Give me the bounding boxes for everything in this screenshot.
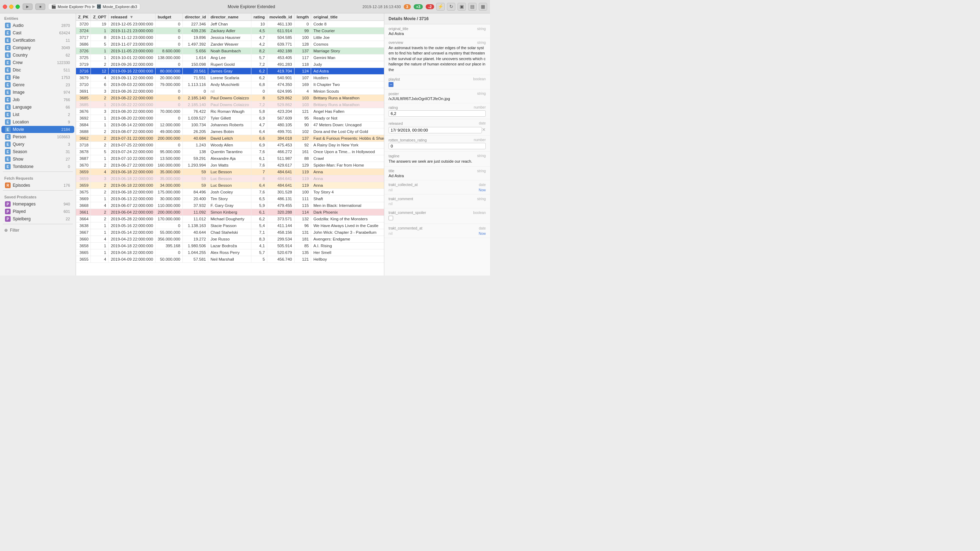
- table-row[interactable]: 366422019-05-28 22:000:000170.000.00011.…: [76, 216, 384, 223]
- table-row[interactable]: 372512019-10-01 22:000:000138.000.0001.6…: [76, 54, 384, 61]
- layout-icon-2[interactable]: ▤: [468, 3, 477, 11]
- sidebar-item-location[interactable]: E Location 9: [2, 118, 74, 126]
- date-input-released[interactable]: [388, 127, 482, 133]
- col-director-id[interactable]: director_id: [183, 13, 208, 21]
- sidebar-item-language[interactable]: E Language 66: [2, 104, 74, 111]
- sidebar-item-genre[interactable]: E Genre 23: [2, 81, 74, 88]
- filter-button[interactable]: ⊕ Filter: [0, 226, 76, 235]
- table-row[interactable]: 367522019-06-18 22:000:000175.000.00084.…: [76, 189, 384, 196]
- table-row[interactable]: 368512019-08-22 22:000:00002.185.140Paul…: [76, 102, 384, 108]
- cell-original_title: John Wick: Chapter 3 - Parabellum: [311, 229, 384, 236]
- stop-button[interactable]: ■: [35, 3, 45, 10]
- sidebar-item-movie[interactable]: E Movie 2184: [2, 126, 74, 133]
- col-original-title[interactable]: original_title: [311, 13, 384, 21]
- sidebar-item-tombstone[interactable]: E Tombstone 0: [2, 163, 74, 170]
- table-row[interactable]: 366122019-06-04 22:000:000200.000.00011.…: [76, 209, 384, 216]
- sidebar-item-homepages[interactable]: P Homepages 940: [2, 201, 74, 208]
- close-button[interactable]: [3, 5, 7, 9]
- col-zopt[interactable]: Z_OPT: [91, 13, 108, 21]
- table-row[interactable]: 368522019-08-22 22:000:00002.185.140Paul…: [76, 95, 384, 102]
- table-row[interactable]: 363812019-05-16 22:000:00001.138.163Stac…: [76, 223, 384, 229]
- cell-moviedb_id: 511.987: [267, 155, 294, 162]
- table-area[interactable]: Z_PK Z_OPT released ▼ budget director_id…: [76, 13, 384, 276]
- table-row[interactable]: 367942019-09-11 22:000:00020.000.00071.5…: [76, 75, 384, 81]
- sidebar-item-spielberg[interactable]: P Spielberg 22: [2, 215, 74, 223]
- boolean-minus-icon[interactable]: −: [388, 82, 393, 87]
- filter-icon[interactable]: ⚡: [436, 3, 445, 11]
- sidebar-item-list[interactable]: E List 2: [2, 111, 74, 118]
- checkbox-input-trakt_comment_spoiler[interactable]: [388, 216, 393, 220]
- sidebar-item-certification[interactable]: E Certification 11: [2, 37, 74, 44]
- sidebar-item-job[interactable]: E Job 766: [2, 96, 74, 103]
- sidebar-item-crew[interactable]: E Crew 122330: [2, 59, 74, 66]
- table-row[interactable]: 366042019-04-23 22:000:000356.000.00019.…: [76, 236, 384, 243]
- col-moviedb-id[interactable]: moviedb_id: [267, 13, 294, 21]
- table-row[interactable]: 3720192019-12-05 23:000:0000227.346Jeff …: [76, 21, 384, 27]
- table-row[interactable]: 367852019-07-24 22:000:00095.000.000138Q…: [76, 148, 384, 155]
- table-row[interactable]: 368652019-11-07 23:000:00001.497.392Zand…: [76, 41, 384, 48]
- sidebar-item-company[interactable]: E Company 3049: [2, 44, 74, 51]
- field-name: trakt_collected_at: [388, 183, 417, 187]
- table-row[interactable]: 365922019-06-18 22:000:00034.000.00059Lu…: [76, 182, 384, 189]
- table-row[interactable]: 366222019-07-31 22:000:000200.000.00040.…: [76, 135, 384, 142]
- sidebar-item-query[interactable]: E Query 3: [2, 141, 74, 148]
- sidebar-item-season[interactable]: E Season 31: [2, 148, 74, 155]
- col-length[interactable]: length: [294, 13, 311, 21]
- col-director-name[interactable]: director_name: [208, 13, 251, 21]
- col-rating[interactable]: rating: [251, 13, 267, 21]
- cell-original_title: Toy Story 4: [311, 189, 384, 196]
- table-row[interactable]: 371782019-11-12 23:000:000019.896Jessica…: [76, 34, 384, 41]
- table-row[interactable]: 371922019-09-26 22:000:0000150.098Rupert…: [76, 61, 384, 68]
- play-button[interactable]: ▶: [22, 3, 32, 10]
- layout-icon-1[interactable]: ▣: [458, 3, 466, 11]
- detail-input-rotten_tomatoes_rating[interactable]: [388, 143, 486, 149]
- sidebar-item-audio[interactable]: E Audio 2870: [2, 22, 74, 29]
- now-button[interactable]: Now: [479, 232, 486, 236]
- date-clear-button[interactable]: ✕: [482, 127, 486, 132]
- table-row[interactable]: 366712019-05-14 22:000:00055.000.00040.6…: [76, 229, 384, 236]
- sidebar-item-cast[interactable]: E Cast 63424: [2, 29, 74, 37]
- table-row[interactable]: 369132019-08-26 22:000:00000nil0624.9954…: [76, 88, 384, 95]
- table-row[interactable]: 365812019-04-18 22:000:000395.1681.980.5…: [76, 243, 384, 249]
- now-button[interactable]: Now: [479, 188, 486, 192]
- col-released[interactable]: released ▼: [108, 13, 156, 21]
- sidebar-item-country[interactable]: E Country 62: [2, 52, 74, 59]
- table-row[interactable]: 366842019-06-07 22:000:000110.000.00037.…: [76, 202, 384, 209]
- table-row[interactable]: 366912019-06-13 22:000:00030.000.00020.4…: [76, 196, 384, 202]
- minimize-button[interactable]: [9, 5, 13, 9]
- table-row[interactable]: 371062019-09-03 22:000:00079.000.0001.11…: [76, 81, 384, 88]
- cell-Z_PK: 3658: [76, 243, 91, 249]
- table-row[interactable]: 365942019-06-18 22:000:00035.000.00059Lu…: [76, 169, 384, 175]
- table-row[interactable]: 372412019-11-21 23:000:0000439.236Zackar…: [76, 27, 384, 34]
- table-row[interactable]: 368822019-08-07 22:000:00049.000.00026.2…: [76, 128, 384, 135]
- cell-director_name: Woody Allen: [208, 142, 251, 148]
- sidebar-item-disc[interactable]: E Disc 511: [2, 67, 74, 73]
- table-row[interactable]: 368712019-07-10 22:000:00013.500.00059.2…: [76, 155, 384, 162]
- table-row[interactable]: 3716122019-09-16 22:000:00080.000.00020.…: [76, 68, 384, 75]
- sidebar-item-played[interactable]: P Played 601: [2, 208, 74, 215]
- detail-checkbox-trakt_comment_spoiler: [388, 215, 486, 221]
- maximize-button[interactable]: [16, 5, 20, 9]
- table-row[interactable]: 371822019-07-25 22:000:00001.243Woody Al…: [76, 142, 384, 148]
- col-zpk[interactable]: Z_PK: [76, 13, 91, 21]
- table-row[interactable]: 372612019-11-05 23:000:0008.600.0005.656…: [76, 48, 384, 54]
- sidebar-item-person[interactable]: E Person 103663: [2, 133, 74, 140]
- cell-original_title: Brittany Runs a Marathon: [311, 102, 384, 108]
- table-row[interactable]: 367022019-06-27 22:000:000160.000.0001.2…: [76, 162, 384, 169]
- sidebar-item-file[interactable]: E File 1753: [2, 74, 74, 81]
- sidebar-item-episodes[interactable]: R Episodes 176: [2, 182, 74, 189]
- layout-icon-3[interactable]: ▦: [479, 3, 487, 11]
- table-row[interactable]: 368412019-08-14 22:000:00012.000.000100.…: [76, 122, 384, 128]
- refresh-icon[interactable]: ↻: [447, 3, 455, 11]
- table-row[interactable]: 365932019-06-18 22:000:00035.000.00059Lu…: [76, 175, 384, 182]
- sidebar-item-show[interactable]: E Show 27: [2, 156, 74, 163]
- sidebar-item-image[interactable]: E Image 974: [2, 89, 74, 96]
- tab-name[interactable]: Movie Explorer Extended: [143, 4, 360, 9]
- col-budget[interactable]: budget: [156, 13, 183, 21]
- table-row[interactable]: 367632019-08-20 22:000:00070.000.00076.4…: [76, 108, 384, 115]
- si-count: 766: [64, 98, 70, 102]
- table-row[interactable]: 369212019-08-20 22:000:00001.039.527Tyle…: [76, 115, 384, 122]
- table-row[interactable]: 366512019-04-18 22:000:00001.044.255Alex…: [76, 249, 384, 256]
- table-row[interactable]: 365542019-04-09 22:000:00050.000.00057.5…: [76, 256, 384, 263]
- detail-input-rating[interactable]: [388, 110, 486, 117]
